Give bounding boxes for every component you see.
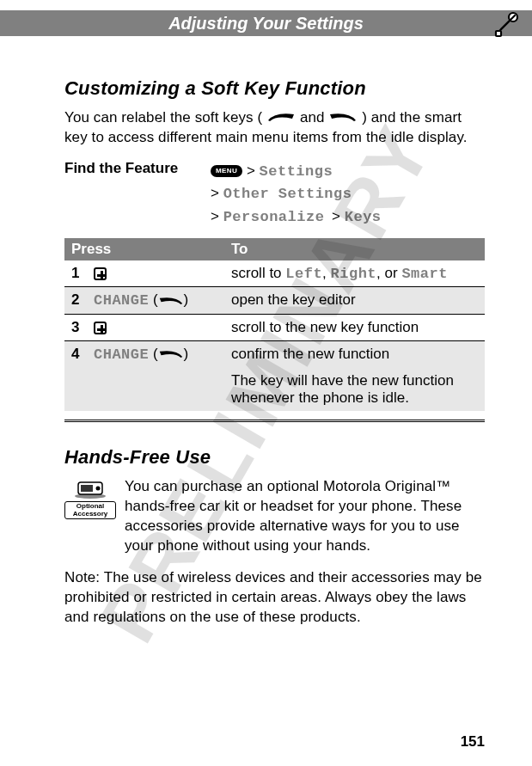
nav-key-icon [94,322,107,334]
note-body: The use of wireless devices and their ac… [64,569,482,625]
table-row: 1 scroll to Left, Right, or Smart [64,260,485,287]
path-other-settings: Other Settings [223,186,352,202]
sep: > [247,162,260,179]
accessory-label: Optional Accessory [64,501,116,519]
step-press: CHANGE () [87,340,224,367]
step-num: 3 [64,314,87,340]
step-num: 4 [64,340,87,367]
col-press: Press [64,238,224,260]
t: scroll to [231,265,285,281]
t: Accessory [73,510,107,518]
path-settings: Settings [260,163,333,180]
handsfree-para: You can purchase an optional Motorola Or… [125,477,485,556]
table-row: 3 scroll to the new key function [64,314,485,340]
right-softkey-icon [328,108,358,128]
section-heading-softkey: Customizing a Soft Key Function [64,77,485,100]
left-softkey-icon [266,108,296,128]
table-row: 2 CHANGE () open the key editor [64,287,485,315]
menu-key-icon: MENU [211,165,242,177]
handsfree-note: Note: The use of wireless devices and th… [64,568,485,628]
feature-label: Find the Feature [64,160,211,177]
intro-text-pre: You can relabel the soft keys ( [64,109,262,126]
intro-text-mid: and [300,109,329,126]
step-to: open the key editor [224,287,485,315]
path-keys: Keys [345,209,382,225]
opt-left: Left [285,266,322,282]
table-row: 4 CHANGE () confirm the new function [64,340,485,367]
steps-table: Press To 1 scroll to Left, Right, or Sma… [64,238,485,411]
sep: > [211,185,223,201]
press-label: CHANGE [94,292,149,309]
softkey-intro: You can relabel the soft keys ( and ) an… [64,108,485,148]
feature-path: MENU > Settings > Other Settings > Perso… [211,160,382,229]
svg-rect-1 [496,31,501,36]
step-num: 1 [64,260,87,287]
right-softkey-icon [158,346,184,363]
svg-point-5 [96,487,101,491]
opt-smart: Smart [401,266,448,282]
col-to: To [224,238,485,260]
t: , [322,265,330,281]
handsfree-row: Optional Accessory You can purchase an o… [64,477,485,556]
t: , or [376,265,401,281]
page-number: 151 [461,733,485,751]
find-the-feature: Find the Feature MENU > Settings > Other… [64,160,485,229]
step-to: confirm the new function [224,340,485,367]
sep: > [211,208,223,224]
chapter-header: Adjusting Your Settings [0,10,532,36]
settings-wrench-icon [491,5,525,44]
section-heading-handsfree: Hands-Free Use [64,446,485,469]
nav-key-icon [94,267,107,280]
table-row-note: The key will have the new function whene… [64,367,485,411]
sep: > [332,208,345,224]
step-to: scroll to Left, Right, or Smart [224,260,485,287]
optional-accessory-icon: Optional Accessory [64,477,116,519]
step-num: 2 [64,287,87,315]
step-note: The key will have the new function whene… [224,367,485,411]
step-to: scroll to the new key function [224,314,485,340]
opt-right: Right [331,266,377,282]
step-press: CHANGE () [87,287,224,315]
note-label: Note: [64,569,100,585]
chapter-title: Adjusting Your Settings [168,14,364,34]
press-label: CHANGE [94,346,149,363]
path-personalize: Personalize [223,209,325,225]
right-softkey-icon [158,292,184,309]
step-press [87,260,224,287]
svg-rect-4 [81,485,93,492]
step-press [87,314,224,340]
table-end-rule [64,420,485,422]
